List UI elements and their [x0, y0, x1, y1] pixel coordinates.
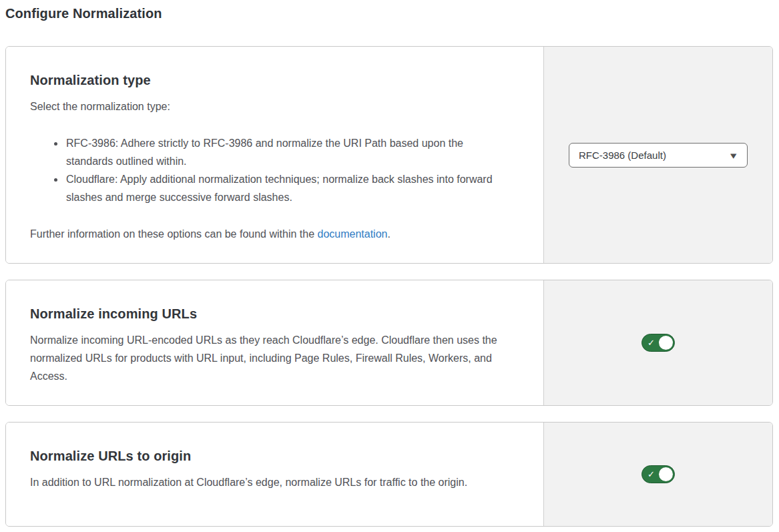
card-heading: Normalize incoming URLs	[30, 304, 517, 323]
card-normalize-urls-to-origin-content: Normalize URLs to origin In addition to …	[6, 423, 544, 526]
card-normalize-incoming-urls-control-panel: ✓	[544, 280, 772, 405]
check-icon: ✓	[647, 338, 655, 347]
card-normalize-incoming-urls-content: Normalize incoming URLs Normalize incomi…	[6, 280, 544, 405]
normalization-type-select[interactable]: RFC-3986 (Default) ▾	[569, 143, 748, 168]
card-heading: Normalize URLs to origin	[30, 447, 517, 465]
toggle-knob	[659, 336, 673, 350]
card-normalization-type-control-panel: RFC-3986 (Default) ▾	[544, 47, 772, 263]
list-item-rfc-3986: RFC-3986: Adhere strictly to RFC-3986 an…	[65, 134, 512, 170]
page-title: Configure Normalization	[5, 5, 773, 22]
card-intro: Select the normalization type:	[30, 97, 517, 115]
normalize-urls-to-origin-toggle[interactable]: ✓	[641, 465, 675, 483]
check-icon: ✓	[647, 470, 655, 479]
documentation-link[interactable]: documentation	[317, 228, 387, 240]
normalization-options-list: RFC-3986: Adhere strictly to RFC-3986 an…	[30, 134, 517, 206]
card-normalization-type: Normalization type Select the normalizat…	[5, 46, 773, 264]
card-normalize-urls-to-origin: Normalize URLs to origin In addition to …	[5, 422, 773, 527]
card-normalization-type-content: Normalization type Select the normalizat…	[6, 47, 544, 263]
configure-normalization-page: Configure Normalization Normalization ty…	[0, 0, 779, 527]
card-description: Normalize incoming URL-encoded URLs as t…	[30, 331, 515, 385]
card-description: In addition to URL normalization at Clou…	[30, 473, 497, 491]
card-normalize-incoming-urls: Normalize incoming URLs Normalize incomi…	[5, 280, 773, 406]
documentation-note: Further information on these options can…	[30, 225, 517, 243]
list-item-cloudflare: Cloudflare: Apply additional normalizati…	[65, 170, 512, 206]
card-heading: Normalization type	[30, 71, 517, 89]
select-selected-value: RFC-3986 (Default)	[579, 150, 666, 161]
toggle-knob	[659, 467, 673, 481]
normalize-incoming-urls-toggle[interactable]: ✓	[641, 334, 675, 352]
documentation-note-suffix: .	[387, 228, 390, 240]
documentation-note-prefix: Further information on these options can…	[30, 228, 317, 240]
card-normalize-urls-to-origin-control-panel: ✓	[544, 423, 772, 526]
chevron-down-icon: ▾	[731, 150, 737, 160]
